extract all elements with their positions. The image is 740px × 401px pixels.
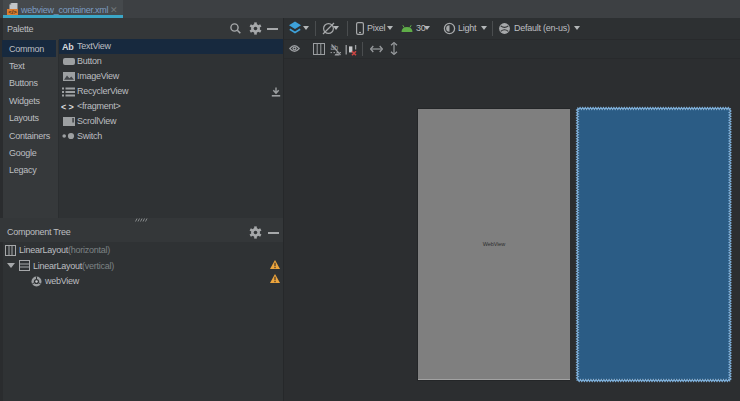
svg-text:</>: </> xyxy=(8,9,17,15)
